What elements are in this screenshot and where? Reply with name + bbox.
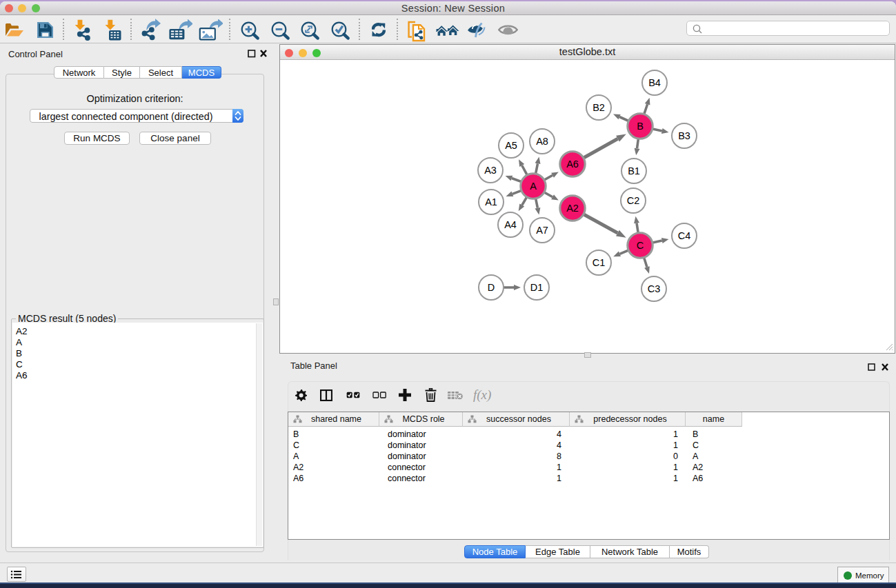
svg-text:B1: B1: [628, 165, 640, 176]
svg-text:C4: C4: [678, 230, 691, 241]
svg-text:A: A: [530, 181, 537, 192]
svg-text:A6: A6: [566, 159, 579, 170]
svg-text:D1: D1: [530, 282, 544, 293]
svg-text:A1: A1: [485, 196, 497, 207]
svg-text:C1: C1: [593, 257, 606, 268]
svg-text:A8: A8: [536, 136, 548, 147]
svg-text:D: D: [488, 282, 495, 293]
svg-text:C: C: [637, 240, 644, 251]
svg-text:Memory: Memory: [855, 571, 884, 580]
svg-text:A2: A2: [566, 203, 579, 214]
svg-text:A4: A4: [504, 219, 517, 230]
svg-text:A7: A7: [536, 225, 548, 236]
svg-text:B3: B3: [678, 130, 690, 141]
svg-text:B2: B2: [593, 102, 605, 113]
svg-text:C3: C3: [648, 283, 661, 294]
svg-text:B: B: [637, 121, 644, 132]
svg-text:C2: C2: [627, 195, 640, 206]
svg-text:A5: A5: [505, 140, 517, 151]
svg-text:f(x): f(x): [473, 387, 491, 403]
svg-text:B4: B4: [648, 77, 661, 88]
svg-text:A3: A3: [484, 165, 497, 176]
